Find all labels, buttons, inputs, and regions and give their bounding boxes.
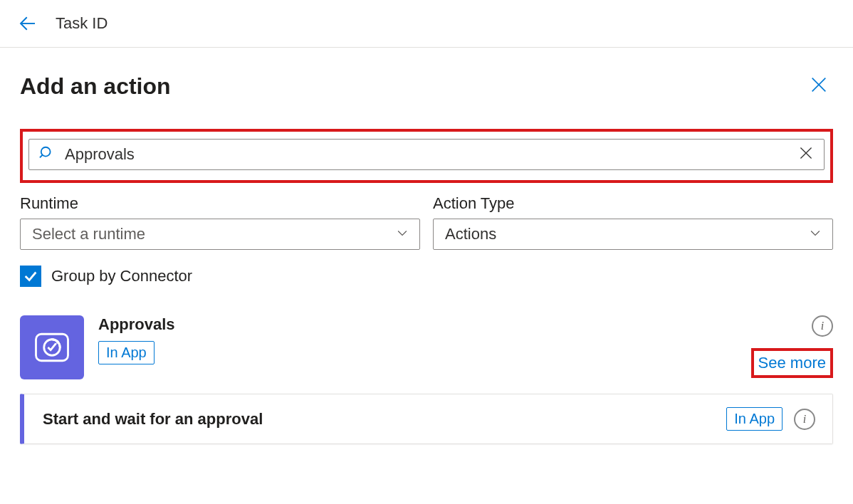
search-box[interactable] bbox=[28, 139, 825, 170]
connector-badge: In App bbox=[98, 341, 155, 364]
action-name: Start and wait for an approval bbox=[43, 410, 263, 429]
search-highlight bbox=[20, 129, 833, 183]
clear-search-icon[interactable] bbox=[797, 144, 815, 165]
runtime-label: Runtime bbox=[20, 194, 420, 213]
action-type-label: Action Type bbox=[433, 194, 833, 213]
chevron-down-icon bbox=[808, 226, 822, 243]
connector-right: i See more bbox=[751, 315, 833, 378]
group-by-label: Group by Connector bbox=[51, 267, 192, 285]
action-type-filter: Action Type Actions bbox=[433, 194, 833, 250]
action-row[interactable]: Start and wait for an approval In App i bbox=[20, 394, 833, 444]
approvals-connector-icon bbox=[20, 315, 84, 379]
add-action-panel: Add an action bbox=[0, 48, 853, 477]
panel-header: Add an action bbox=[20, 70, 833, 102]
topbar: Task ID bbox=[0, 0, 853, 48]
group-by-row: Group by Connector bbox=[20, 266, 833, 287]
runtime-dropdown[interactable]: Select a runtime bbox=[20, 219, 420, 250]
see-more-link[interactable]: See more bbox=[758, 354, 826, 372]
connector-info: Approvals In App bbox=[98, 315, 175, 379]
connector-info-icon[interactable]: i bbox=[812, 315, 833, 337]
action-right: In App i bbox=[726, 407, 815, 431]
connector-header: Approvals In App i See more bbox=[20, 315, 833, 379]
svg-point-3 bbox=[41, 147, 51, 157]
panel-title: Add an action bbox=[20, 73, 171, 100]
action-badge: In App bbox=[726, 407, 783, 431]
close-icon[interactable] bbox=[805, 70, 833, 102]
action-info-icon[interactable]: i bbox=[794, 409, 815, 430]
search-input[interactable] bbox=[65, 145, 787, 164]
see-more-highlight: See more bbox=[751, 348, 833, 378]
page-title: Task ID bbox=[56, 14, 108, 33]
filters-row: Runtime Select a runtime Action Type Act… bbox=[20, 194, 833, 250]
runtime-placeholder: Select a runtime bbox=[32, 225, 145, 243]
back-arrow-icon[interactable] bbox=[17, 13, 38, 34]
search-icon bbox=[39, 145, 55, 164]
svg-line-4 bbox=[40, 155, 43, 158]
connector-name: Approvals bbox=[98, 315, 175, 334]
connector-block: Approvals In App i See more Start and wa… bbox=[20, 315, 833, 444]
action-type-dropdown[interactable]: Actions bbox=[433, 219, 833, 250]
runtime-filter: Runtime Select a runtime bbox=[20, 194, 420, 250]
chevron-down-icon bbox=[395, 226, 409, 243]
action-type-value: Actions bbox=[445, 225, 496, 243]
connector-left: Approvals In App bbox=[20, 315, 175, 379]
group-by-checkbox[interactable] bbox=[20, 266, 41, 287]
